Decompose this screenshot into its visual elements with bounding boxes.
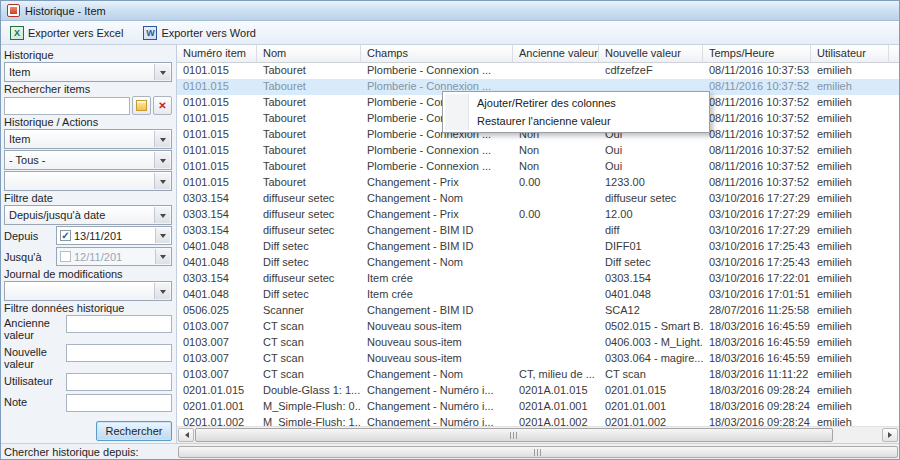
table-cell: diffuseur setec [599,191,703,207]
rechercher-button[interactable]: Rechercher [96,421,172,441]
table-cell [513,255,599,271]
jusqua-checkbox[interactable]: ✓ [60,251,71,262]
table-cell: Changement - Nom [361,255,513,271]
column-header[interactable]: Nom [257,45,361,63]
table-cell: 0101.015 [177,143,257,159]
clear-filter-button[interactable]: ✕ [153,96,172,115]
window-horizontal-scrollbar[interactable] [177,445,899,459]
rechercher-items-row: ✕ [4,96,172,115]
scrollbar-track[interactable] [195,428,881,442]
table-cell [513,223,599,239]
table-cell: emilieh [811,159,889,175]
table-cell: Scanner [257,303,361,319]
table-cell [513,287,599,303]
utilisateur-input[interactable] [66,373,172,391]
table-cell: 0303.154 [599,271,703,287]
historique-select[interactable]: Item [4,62,172,82]
actions-select-1[interactable]: Item [4,129,172,149]
column-header[interactable]: Numéro item [177,45,257,63]
table-cell: emilieh [811,287,889,303]
clear-icon: ✕ [158,101,166,111]
table-cell: Tabouret [257,143,361,159]
table-cell: emilieh [811,175,889,191]
jusqua-label: Jusqu'à [4,251,56,263]
scrollbar-thumb[interactable] [195,428,833,442]
table-cell: Tabouret [257,127,361,143]
window-scrollbar-thumb[interactable] [178,446,898,458]
table-cell: CT, milieu de ... [513,367,599,383]
column-header[interactable]: Utilisateur [811,45,889,63]
statusbar: Chercher historique depuis: [1,443,899,459]
table-cell: 18/03/2016 09:28:24 [703,415,811,426]
table-row[interactable]: 0401.048Diff setecChangement - NomDiff s… [177,255,899,271]
table-row[interactable]: 0101.015TabouretPlomberie - Connexion ..… [177,159,899,175]
grip-icon [534,449,542,456]
table-horizontal-scrollbar[interactable] [177,426,899,443]
table-row[interactable]: 0101.015TabouretPlomberie - Connexion ..… [177,63,899,79]
table-cell: 0201.01.002 [177,415,257,426]
column-header[interactable]: Temps/Heure [703,45,811,63]
table-cell: emilieh [811,303,889,319]
table-cell: Changement - Nom [361,191,513,207]
table-cell: Oui [599,159,703,175]
table-cell: Changement - BIM ID [361,223,513,239]
filtre-date-select[interactable]: Depuis/jusqu'à date [4,205,172,225]
table-row[interactable]: 0103.007CT scanNouveau sous-item0406.003… [177,335,899,351]
scroll-right-button[interactable] [882,428,898,442]
table-row[interactable]: 0201.01.001M_Simple-Flush: 0...Changemen… [177,399,899,415]
export-word-button[interactable]: W Exporter vers Word [138,24,261,42]
table-row[interactable]: 0101.015TabouretPlomberie - Connexion ..… [177,143,899,159]
table-cell: 08/11/2016 10:37:52 [703,159,811,175]
table-row[interactable]: 0401.048Diff setecItem crée0401.04803/10… [177,287,899,303]
journal-select[interactable] [4,281,172,301]
table-row[interactable]: 0103.007CT scanChangement - NomCT, milie… [177,367,899,383]
context-menu-item[interactable]: Restaurer l'ancienne valeur [445,112,707,130]
table-row[interactable]: 0506.025ScannerChangement - BIM IDSCA122… [177,303,899,319]
actions-select-2[interactable]: - Tous - [4,150,172,170]
column-header[interactable]: Nouvelle valeur [599,45,703,63]
note-row: Note [4,394,172,412]
column-header[interactable]: Champs [361,45,513,63]
table-cell: emilieh [811,271,889,287]
nouvelle-valeur-input[interactable] [66,344,172,362]
column-header-filler [889,45,899,63]
table-row[interactable]: 0201.01.015Double-Glass 1: 1...Changemen… [177,383,899,399]
table-cell: 03/10/2016 17:27:29 [703,191,811,207]
rechercher-items-input[interactable] [4,97,130,115]
table-row[interactable]: 0303.154diffuseur setecChangement - BIM … [177,223,899,239]
export-excel-button[interactable]: X Exporter vers Excel [5,24,128,42]
table-row[interactable]: 0201.01.002M_Simple-Flush: 1...Changemen… [177,415,899,426]
context-menu-item[interactable]: Ajouter/Retirer des colonnes [445,94,707,112]
table-row[interactable]: 0401.048Diff setecChangement - BIM IDDIF… [177,239,899,255]
depuis-datepicker[interactable]: ✓ 13/11/201 [56,226,172,245]
table-cell: CT scan [257,335,361,351]
depuis-checkbox[interactable]: ✓ [60,230,71,241]
table-cell [513,335,599,351]
table-cell: emilieh [811,367,889,383]
table-cell: 18/03/2016 16:45:59 [703,319,811,335]
table-row[interactable]: 0103.007CT scanNouveau sous-item0502.015… [177,319,899,335]
table-cell [513,303,599,319]
edit-filter-button[interactable] [132,96,151,115]
depuis-row: Depuis ✓ 13/11/201 [4,226,172,245]
table-row[interactable]: 0103.007CT scanNouveau sous-item0303.064… [177,351,899,367]
table-cell: Diff setec [257,239,361,255]
scroll-left-button[interactable] [178,428,194,442]
table-cell: 28/07/2016 11:25:58 [703,303,811,319]
table-cell: 0303.154 [177,223,257,239]
ancienne-valeur-input[interactable] [66,315,172,333]
table-cell: Changement - Nom [361,367,513,383]
jusqua-datepicker[interactable]: ✓ 12/11/201 [56,247,172,266]
table-cell: 0103.007 [177,367,257,383]
table-cell: 08/11/2016 10:37:52 [703,127,811,143]
table-row[interactable]: 0303.154diffuseur setecChangement - Prix… [177,207,899,223]
excel-icon: X [10,26,24,40]
table-cell: Tabouret [257,63,361,79]
column-header[interactable]: Ancienne valeur [513,45,599,63]
titlebar[interactable]: Historique - Item [1,1,899,21]
actions-select-3[interactable] [4,171,172,191]
note-input[interactable] [66,394,172,412]
table-row[interactable]: 0101.015TabouretChangement - Prix0.00123… [177,175,899,191]
table-row[interactable]: 0303.154diffuseur setecItem crée0303.154… [177,271,899,287]
table-row[interactable]: 0303.154diffuseur setecChangement - Nomd… [177,191,899,207]
